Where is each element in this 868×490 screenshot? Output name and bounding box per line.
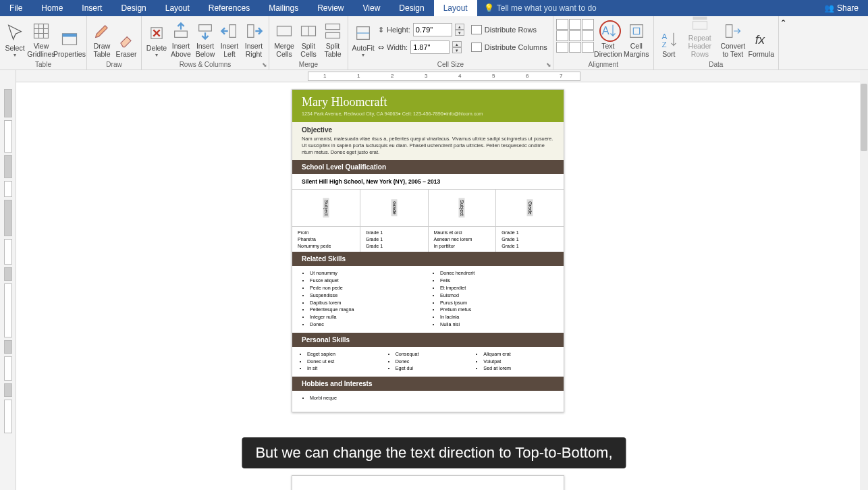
list-item: Ut nonummy [310, 270, 428, 277]
align-tc[interactable] [569, 19, 581, 30]
draw-table-button[interactable]: Draw Table [90, 18, 114, 59]
school-name[interactable]: Silent Hill High School, New York (NY), … [292, 174, 564, 189]
height-up[interactable]: ▴ [455, 24, 464, 30]
table-cell[interactable]: Grade 1 Grade 1 Grade 1 [360, 227, 429, 252]
formula-button[interactable]: fxFormula [747, 18, 776, 59]
objective-text[interactable]: Nam urnanisl, malesuada vitae risus a, p… [302, 136, 554, 156]
width-up[interactable]: ▴ [452, 41, 462, 47]
group-rowscols-label: Rows & Columns [144, 60, 266, 70]
tab-insert[interactable]: Insert [72, 0, 111, 16]
share-button[interactable]: 👥Share [815, 3, 868, 13]
delete-button[interactable]: Delete▾ [144, 18, 169, 59]
tab-home[interactable]: Home [32, 0, 72, 16]
height-down[interactable]: ▾ [455, 30, 464, 36]
resume-contact[interactable]: 1234 Park Avenue, Redwood City, CA 94063… [302, 111, 554, 117]
sort-button[interactable]: AZSort [657, 18, 681, 59]
horizontal-ruler[interactable]: 1 1 2 3 4 5 6 7 [16, 70, 868, 82]
align-mc[interactable] [569, 30, 581, 41]
hobbies-list[interactable]: Morbi neque [298, 395, 558, 402]
school-heading[interactable]: School Level Qualification [292, 160, 564, 174]
skills-list-2[interactable]: Donec hendreritFelisEt imperdietEuismodP… [428, 270, 558, 328]
vertical-scrollbar[interactable] [860, 70, 868, 490]
personal-heading[interactable]: Personal Skills [292, 333, 564, 347]
table-cell[interactable]: Proin Pharetra Nonummy pede [292, 227, 360, 252]
bulb-icon: 💡 [484, 3, 494, 13]
tab-table-design[interactable]: Design [389, 0, 433, 16]
convert-text-button[interactable]: Convert to Text [719, 18, 747, 59]
align-ml[interactable] [556, 30, 568, 41]
table-cell[interactable]: Subject [292, 190, 360, 226]
list-item: Eget dui [396, 365, 470, 373]
width-input[interactable] [410, 40, 450, 54]
split-table-icon [323, 22, 342, 40]
document-canvas[interactable]: Mary Hloomcraft 1234 Park Avenue, Redwoo… [16, 82, 860, 490]
tab-review[interactable]: Review [308, 0, 353, 16]
tab-table-layout[interactable]: Layout [434, 0, 477, 16]
repeat-header-button[interactable]: Repeat Header Rows [681, 18, 719, 59]
insert-below-button[interactable]: Insert Below [193, 18, 217, 59]
align-br[interactable] [582, 42, 594, 53]
insert-above-button[interactable]: Insert Above [169, 18, 193, 59]
align-bc[interactable] [569, 42, 581, 53]
tab-file[interactable]: File [0, 0, 32, 16]
formula-label: Formula [749, 50, 775, 58]
align-tr[interactable] [582, 19, 594, 30]
select-button[interactable]: Select▾ [3, 18, 27, 59]
merge-cells-button[interactable]: Merge Cells [272, 18, 296, 59]
svg-rect-7 [248, 25, 254, 38]
align-mr[interactable] [582, 30, 594, 41]
table-cell[interactable]: Grade [360, 190, 429, 226]
svg-rect-11 [326, 32, 340, 38]
objective-heading[interactable]: Objective [302, 126, 554, 134]
related-heading[interactable]: Related Skills [292, 252, 564, 266]
cell-margins-label: Cell Margins [624, 42, 649, 58]
cell-margins-button[interactable]: Cell Margins [622, 18, 651, 59]
hobbies-heading[interactable]: Hobbies and Interests [292, 377, 564, 391]
formula-icon: fx [752, 30, 771, 49]
split-cells-button[interactable]: Split Cells [296, 18, 321, 59]
list-item: Pretium metus [440, 306, 558, 314]
personal-list-1[interactable]: Eeget sapienDonec ut estIn sit [298, 351, 382, 373]
table-cell[interactable]: Grade 1 Grade 1 Grade 1 [496, 227, 564, 252]
sort-icon: AZ [659, 30, 678, 49]
list-item: Dapibus lorem [310, 300, 428, 307]
tab-design[interactable]: Design [111, 0, 155, 16]
align-tl[interactable] [556, 19, 568, 30]
group-rows-columns: Delete▾ Insert Above Insert Below Insert… [142, 16, 269, 70]
width-down[interactable]: ▾ [452, 47, 462, 53]
skills-list-1[interactable]: Ut nonummyFusce aliquetPede non pedeSusp… [298, 270, 428, 328]
dist-rows-label: Distribute Rows [485, 26, 537, 34]
table-cell[interactable]: Mauris et orci Aenean nec lorem In portt… [429, 227, 497, 252]
table-cell[interactable]: Subject [429, 190, 497, 226]
view-gridlines-button[interactable]: View Gridlines [27, 18, 55, 59]
tab-view[interactable]: View [354, 0, 390, 16]
properties-button[interactable]: Properties [55, 18, 84, 59]
text-direction-button[interactable]: AText Direction [594, 18, 622, 59]
collapse-ribbon-button[interactable]: ˆ [779, 16, 788, 70]
distribute-rows-button[interactable]: Distribute Rows [468, 22, 550, 38]
scrollbar-thumb[interactable] [861, 84, 867, 151]
list-item: Volutpat [483, 358, 558, 366]
insert-left-button[interactable]: Insert Left [217, 18, 242, 59]
personal-list-3[interactable]: Aliquam eratVolutpatSed at lorem [474, 351, 558, 373]
height-input[interactable] [413, 23, 452, 36]
autofit-button[interactable]: AutoFit▾ [351, 18, 375, 59]
ruler-mark: 4 [458, 73, 461, 79]
dist-rows-icon [471, 25, 482, 34]
tell-me[interactable]: 💡Tell me what you want to do [477, 3, 603, 13]
vertical-ruler[interactable] [0, 70, 16, 490]
split-table-button[interactable]: Split Table [321, 18, 345, 59]
tab-layout[interactable]: Layout [156, 0, 199, 16]
cellsize-launcher[interactable]: ⬊ [546, 61, 551, 68]
distribute-columns-button[interactable]: Distribute Columns [468, 39, 550, 55]
tab-mailings[interactable]: Mailings [259, 0, 308, 16]
tab-references[interactable]: References [199, 0, 259, 16]
rowscols-launcher[interactable]: ⬊ [262, 61, 267, 68]
eraser-button[interactable]: Eraser [114, 18, 138, 59]
align-bl[interactable] [556, 42, 568, 53]
insert-right-button[interactable]: Insert Right [242, 18, 266, 59]
table-cell[interactable]: Grade [496, 190, 564, 226]
personal-list-2[interactable]: ConsequatDonecEget dui [386, 351, 470, 373]
resume-name[interactable]: Mary Hloomcraft [302, 95, 554, 109]
ruler-mark: 1 [357, 73, 360, 79]
